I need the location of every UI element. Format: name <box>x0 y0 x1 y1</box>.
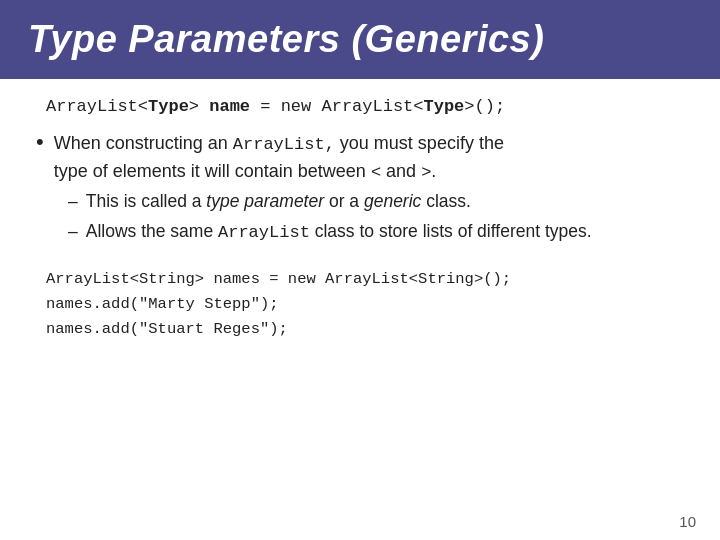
top-code-line: ArrayList<Type> name = new ArrayList<Typ… <box>46 97 684 116</box>
main-bullet-text: When constructing an ArrayList, you must… <box>54 130 504 185</box>
dash-1: – <box>68 189 78 214</box>
dash-2: – <box>68 219 78 244</box>
main-bullet: • When constructing an ArrayList, you mu… <box>36 130 684 185</box>
code-block-line2: names.add("Marty Stepp"); <box>46 292 684 317</box>
bullet-dot: • <box>36 128 44 157</box>
type-parameter-italic: type parameter <box>206 191 324 211</box>
slide-header: Type Parameters (Generics) <box>0 0 720 79</box>
sub-bullet-1: – This is called a type parameter or a g… <box>68 189 684 214</box>
slide-content: ArrayList<Type> name = new ArrayList<Typ… <box>0 79 720 358</box>
inline-code-arraylist: ArrayList, <box>233 135 335 154</box>
page-number: 10 <box>679 513 696 530</box>
sub-bullet-2: – Allows the same ArrayList class to sto… <box>68 219 684 246</box>
sub-bullets: – This is called a type parameter or a g… <box>68 189 684 245</box>
inline-code-arraylist-2: ArrayList <box>218 223 310 242</box>
sub-bullet-2-text: Allows the same ArrayList class to store… <box>86 219 592 246</box>
sub-bullet-1-text: This is called a type parameter or a gen… <box>86 189 471 214</box>
inline-gt: > <box>421 163 431 182</box>
slide-title: Type Parameters (Generics) <box>28 18 544 61</box>
code-block-line3: names.add("Stuart Reges"); <box>46 317 684 342</box>
inline-lt: < <box>371 163 381 182</box>
bullet-section: • When constructing an ArrayList, you mu… <box>36 130 684 245</box>
generic-italic: generic <box>364 191 421 211</box>
code-block: ArrayList<String> names = new ArrayList<… <box>46 267 684 341</box>
code-block-line1: ArrayList<String> names = new ArrayList<… <box>46 267 684 292</box>
